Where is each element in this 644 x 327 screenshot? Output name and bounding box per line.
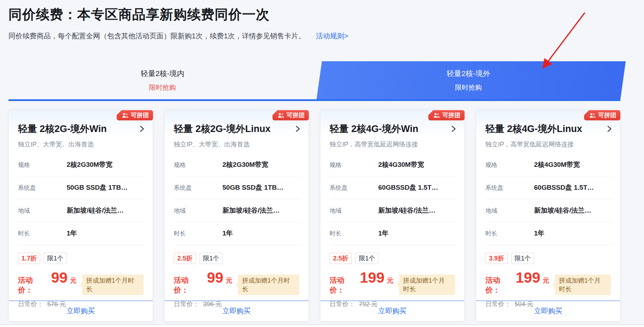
price-value: 199: [360, 271, 385, 284]
product-card-2c4g-win: 可拼团 轻量 2核4G-境外Win 独立IP，高带宽低延迟网络连接 规格 2核4…: [320, 109, 465, 321]
tab-domestic-label: 轻量2核-境内: [141, 69, 184, 78]
spec-value: 1年: [67, 229, 77, 238]
card-footer: 立即购买: [165, 301, 308, 321]
page-header: 同价续费：本专区商品享新购续费同价一次 同价续费商品，每个配置全网（包含其他活动…: [0, 0, 644, 41]
promo-page: 同价续费：本专区商品享新购续费同价一次 同价续费商品，每个配置全网（包含其他活动…: [0, 0, 644, 327]
price-label: 活动价：: [174, 275, 203, 295]
spec-label: 地域: [18, 207, 67, 215]
spec-row-disk: 系统盘 60GBSSD盘 1.5T…: [485, 176, 613, 199]
price-value: 99: [207, 271, 223, 284]
spec-row-duration: 时长 1年: [485, 222, 613, 245]
product-card-2c4g-linux: 可拼团 轻量 2核4G-境外Linux 独立IP，高带宽低延迟网络连接 规格 2…: [476, 109, 620, 321]
spec-label: 时长: [18, 229, 67, 238]
spec-value: 新加坡/硅谷/法兰…: [534, 206, 591, 215]
spec-label: 地域: [174, 207, 222, 215]
group-icon: [277, 113, 284, 118]
card-title: 轻量 2核4G-境外Win: [330, 122, 418, 135]
buy-now-button[interactable]: 立即购买: [376, 306, 409, 316]
limit-badge: 限1个: [355, 253, 379, 264]
card-title: 轻量 2核4G-境外Linux: [485, 122, 582, 135]
spec-row-disk: 系统盘 50GB SSD盘 1TB…: [174, 176, 301, 199]
group-buy-badge-label: 可拼团: [442, 111, 460, 119]
tab-underline: [8, 99, 620, 101]
product-card-row: 可拼团 轻量 2核2G-境外Win 独立IP、大带宽、出海首选 规格 2核2G3…: [8, 109, 620, 321]
group-buy-badge: 可拼团: [584, 110, 620, 120]
group-buy-badge: 可拼团: [272, 110, 309, 120]
spec-table: 规格 2核4G30M带宽 系统盘 60GBSSD盘 1.5T… 地域 新加坡/硅…: [330, 153, 457, 245]
card-footer: 立即购买: [320, 301, 464, 321]
spec-value: 2核4G30M带宽: [534, 160, 580, 169]
card-title: 轻量 2核2G-境外Win: [18, 122, 107, 135]
spec-value: 1年: [534, 229, 545, 238]
gift-tag: 拼成加赠1个月时长: [555, 275, 611, 295]
chevron-right-icon[interactable]: [140, 125, 144, 133]
buy-now-button[interactable]: 立即购买: [532, 306, 564, 316]
card-title: 轻量 2核2G-境外Linux: [174, 122, 271, 135]
gift-tag: 拼成加赠1个月时长: [238, 275, 299, 295]
price-value: 99: [51, 271, 68, 284]
chevron-right-icon[interactable]: [451, 125, 456, 133]
card-footer: 立即购买: [476, 301, 620, 321]
page-title: 同价续费：本专区商品享新购续费同价一次: [8, 6, 644, 24]
gift-tag: 拼成加赠1个月时长: [82, 275, 143, 295]
price-unit: 元: [226, 276, 232, 285]
spec-value: 1年: [222, 229, 233, 238]
spec-row-duration: 时长 1年: [18, 222, 146, 245]
tab-bar: 轻量2核-境内 限时抢购 轻量2核-境外 限时抢购: [8, 61, 620, 101]
spec-value: 50GB SSD盘 1TB…: [222, 183, 283, 192]
price-label: 活动价：: [330, 275, 356, 295]
card-footer: 立即购买: [9, 301, 153, 321]
spec-row-config: 规格 2核4G30M带宽: [485, 153, 613, 176]
spec-table: 规格 2核4G30M带宽 系统盘 60GBSSD盘 1.5T… 地域 新加坡/硅…: [485, 153, 613, 245]
spec-value: 1年: [378, 229, 389, 238]
spec-label: 时长: [174, 229, 222, 238]
spec-label: 系统盘: [485, 184, 534, 192]
price-label: 活动价：: [485, 275, 511, 295]
product-card-2c2g-linux: 可拼团 轻量 2核2G-境外Linux 独立IP、大带宽、出海首选 规格 2核2…: [164, 109, 309, 321]
tab-overseas[interactable]: 轻量2核-境外 限时抢购: [317, 61, 620, 99]
spec-row-config: 规格 2核2G30M带宽: [18, 153, 146, 176]
tab-overseas-label: 轻量2核-境外: [447, 69, 490, 78]
group-icon: [589, 113, 596, 118]
spec-row-region: 地域 新加坡/硅谷/法兰…: [174, 199, 301, 222]
activity-rules-link[interactable]: 活动规则>: [316, 31, 348, 41]
price-label: 活动价：: [18, 275, 47, 295]
spec-label: 时长: [485, 229, 534, 238]
discount-badge: 2.5折: [330, 253, 352, 264]
spec-value: 60GBSSD盘 1.5T…: [534, 183, 594, 192]
group-buy-badge-label: 可拼团: [287, 111, 305, 119]
price-unit: 元: [70, 276, 76, 285]
card-subtitle: 独立IP、大带宽、出海首选: [174, 140, 299, 149]
limit-badge: 限1个: [200, 253, 223, 264]
price-value: 199: [516, 271, 540, 284]
spec-value: 60GBSSD盘 1.5T…: [378, 183, 438, 192]
spec-table: 规格 2核2G30M带宽 系统盘 50GB SSD盘 1TB… 地域 新加坡/硅…: [174, 153, 301, 245]
spec-row-disk: 系统盘 60GBSSD盘 1.5T…: [330, 176, 457, 199]
spec-label: 系统盘: [174, 184, 222, 192]
spec-value: 2核2G30M带宽: [67, 160, 112, 169]
spec-label: 地域: [330, 207, 378, 215]
spec-value: 2核2G30M带宽: [222, 160, 268, 169]
buy-now-button[interactable]: 立即购买: [220, 306, 253, 316]
spec-label: 规格: [330, 161, 378, 169]
spec-value: 2核4G30M带宽: [378, 160, 424, 169]
tab-domestic[interactable]: 轻量2核-境内 限时抢购: [8, 61, 317, 99]
chevron-right-icon[interactable]: [295, 125, 300, 133]
spec-value: 新加坡/硅谷/法兰…: [67, 206, 124, 215]
tab-overseas-sublabel: 限时抢购: [455, 83, 482, 92]
buy-now-button[interactable]: 立即购买: [65, 306, 97, 316]
spec-value: 新加坡/硅谷/法兰…: [222, 206, 280, 215]
spec-label: 规格: [174, 161, 222, 169]
group-buy-badge: 可拼团: [428, 110, 465, 120]
chevron-right-icon[interactable]: [607, 125, 612, 133]
spec-label: 规格: [18, 161, 67, 169]
spec-row-disk: 系统盘 50GB SSD盘 1TB…: [18, 176, 146, 199]
limit-badge: 限1个: [511, 253, 534, 264]
discount-badge: 1.7折: [18, 253, 40, 264]
spec-value: 50GB SSD盘 1TB…: [67, 183, 128, 192]
limit-badge: 限1个: [44, 253, 67, 264]
card-subtitle: 独立IP、大带宽、出海首选: [18, 140, 143, 149]
spec-label: 时长: [330, 229, 378, 238]
gift-tag: 拼成加赠1个月时长: [399, 275, 455, 295]
group-icon: [433, 113, 440, 118]
